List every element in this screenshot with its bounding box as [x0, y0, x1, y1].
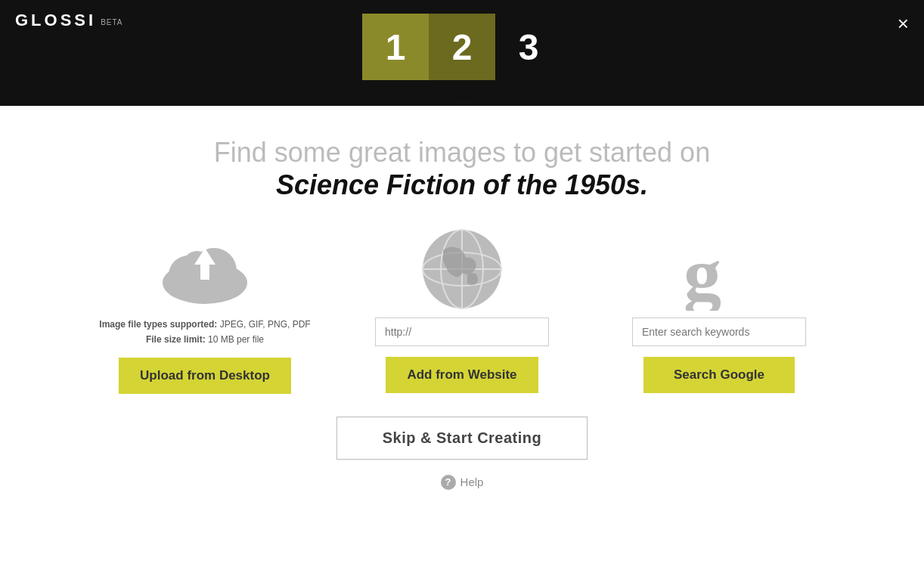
- file-info: Image file types supported: JPEG, GIF, P…: [99, 318, 310, 346]
- svg-text:g: g: [684, 233, 721, 311]
- headline-line2: Science Fiction of the 1950s.: [214, 169, 710, 201]
- step-2[interactable]: 2: [429, 14, 495, 80]
- help-icon: ?: [441, 475, 456, 490]
- headline-line1: Find some great images to get started on: [214, 136, 710, 169]
- add-from-website-button[interactable]: Add from Website: [386, 357, 538, 393]
- close-button[interactable]: ×: [898, 14, 909, 33]
- globe-icon: [417, 231, 507, 307]
- skip-row: Skip & Start Creating: [336, 417, 588, 460]
- step3-arrow-wrapper: [442, 80, 482, 100]
- upload-cloud-icon: [160, 231, 250, 307]
- main-content: Find some great images to get started on…: [0, 106, 924, 505]
- url-input[interactable]: [375, 318, 549, 346]
- skip-start-creating-button[interactable]: Skip & Start Creating: [336, 417, 588, 460]
- step-3[interactable]: 3: [495, 14, 562, 80]
- step-1[interactable]: 1: [362, 14, 429, 80]
- file-size-value: 10 MB per file: [206, 334, 264, 345]
- logo: GLOSSI BETA: [15, 11, 123, 30]
- steps-wrapper: 1 2 3: [362, 14, 562, 80]
- file-size-label: File size limit:: [146, 334, 206, 345]
- google-column: g Search Google: [613, 231, 825, 393]
- step3-arrow-icon: [442, 80, 482, 100]
- columns: Image file types supported: JPEG, GIF, P…: [46, 231, 878, 393]
- website-column: Add from Website: [356, 231, 568, 393]
- file-types-value: JPEG, GIF, PNG, PDF: [217, 319, 310, 330]
- file-types-label: Image file types supported:: [99, 319, 217, 330]
- logo-name: GLOSSI: [15, 11, 96, 30]
- help-row[interactable]: ? Help: [441, 475, 484, 490]
- steps-row: 1 2 3: [362, 14, 562, 80]
- search-google-button[interactable]: Search Google: [643, 357, 795, 393]
- search-keywords-input[interactable]: [632, 318, 806, 346]
- upload-desktop-button[interactable]: Upload from Desktop: [119, 358, 291, 394]
- logo-beta: BETA: [101, 18, 122, 26]
- upload-column: Image file types supported: JPEG, GIF, P…: [99, 231, 311, 393]
- help-label: Help: [460, 476, 484, 488]
- headline: Find some great images to get started on…: [214, 136, 710, 201]
- google-g-icon: g: [674, 231, 764, 307]
